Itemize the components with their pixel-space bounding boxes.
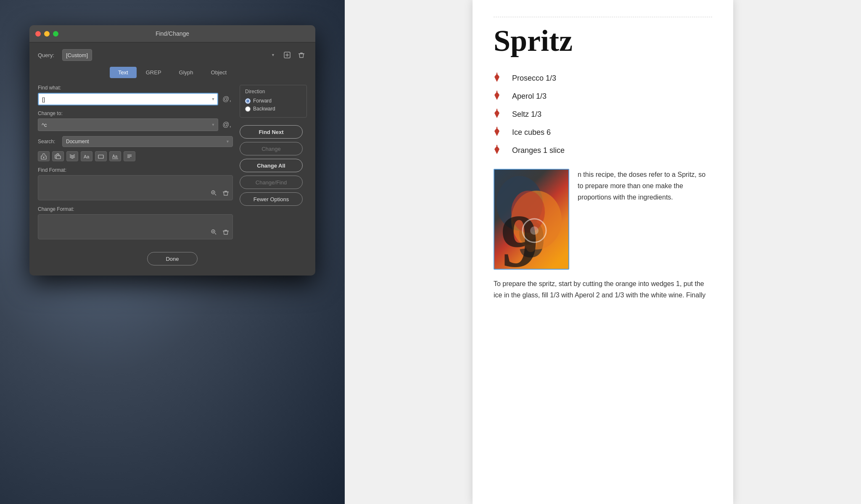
case-sensitive-icon[interactable]: Aa [81, 151, 92, 161]
at-sign-icon: @, [222, 95, 231, 103]
find-what-input-row: @, [38, 93, 233, 105]
minimize-button[interactable] [44, 31, 50, 37]
ingredient-list: Prosecco 1/3 Aperol 1/3 Seltz 1/3 Ice cu… [494, 73, 712, 156]
ingredient-icon-4 [494, 127, 504, 138]
list-item: Prosecco 1/3 [494, 73, 712, 84]
search-row: Search: Document [38, 136, 233, 147]
find-what-input[interactable] [38, 93, 218, 105]
doc-image: 9 [494, 169, 569, 270]
at-sign-icon-2: @, [222, 121, 231, 129]
tab-text[interactable]: Text [110, 67, 137, 78]
svg-rect-17 [497, 73, 497, 74]
ingredient-text-5: Oranges 1 slice [512, 146, 565, 155]
change-to-special-button[interactable]: @, [221, 119, 233, 130]
document-page: Spritz Prosecco 1/3 Aperol 1/3 Seltz 1/3… [473, 0, 733, 504]
change-to-label: Change to: [38, 110, 233, 116]
lock-layers-icon[interactable] [38, 151, 50, 161]
layers-icon[interactable] [66, 151, 78, 161]
search-label: Search: [38, 139, 59, 144]
svg-rect-5 [56, 156, 61, 159]
cocktail-art: 9 [494, 170, 568, 269]
window-controls [35, 31, 58, 37]
change-find-button[interactable]: Change/Find [240, 176, 303, 189]
doc-text-section: n this recipe, the doses refer to a Spri… [578, 169, 712, 270]
svg-point-3 [43, 157, 45, 158]
list-item: Aperol 1/3 [494, 91, 712, 102]
find-what-row: Find what: @, [38, 85, 233, 105]
ingredient-icon-1 [494, 73, 504, 84]
tab-object[interactable]: Object [203, 67, 235, 78]
change-to-input-wrapper [38, 118, 218, 131]
find-change-dialog: Find/Change Query: [Custom] [29, 25, 315, 276]
search-select[interactable]: Document [62, 136, 233, 147]
svg-rect-21 [497, 145, 497, 147]
svg-rect-20 [497, 127, 497, 129]
find-what-input-wrapper [38, 93, 218, 105]
find-format-box [38, 175, 233, 200]
tabs-row: Text GREP Glyph Object [38, 67, 307, 78]
change-all-button[interactable]: Change All [240, 159, 303, 172]
list-item: Ice cubes 6 [494, 127, 712, 138]
save-query-button[interactable] [282, 50, 293, 60]
find-what-special-button[interactable]: @, [221, 94, 233, 105]
fewer-options-button[interactable]: Fewer Options [240, 192, 303, 206]
change-format-label: Change Format: [38, 206, 233, 212]
tab-glyph[interactable]: Glyph [171, 67, 202, 78]
change-to-input-row: @, [38, 118, 233, 131]
change-format-section: Change Format: [38, 206, 233, 239]
lock-story-icon[interactable] [52, 151, 64, 161]
tab-grep[interactable]: GREP [137, 67, 170, 78]
done-button[interactable]: Done [147, 252, 198, 265]
find-what-label: Find what: [38, 85, 233, 91]
direction-box: Direction Forward Backward [240, 85, 307, 118]
paragraph-icon[interactable] [124, 151, 135, 161]
list-item: Seltz 1/3 [494, 109, 712, 120]
change-format-box [38, 214, 233, 239]
find-format-section: Find Format: [38, 167, 233, 200]
svg-rect-7 [98, 155, 103, 158]
forward-radio[interactable] [245, 98, 251, 104]
done-row: Done [38, 245, 307, 267]
ingredient-text-2: Aperol 1/3 [512, 92, 547, 101]
backward-radio[interactable] [245, 106, 251, 112]
forward-radio-row: Forward [245, 98, 301, 104]
ingredient-icon-3 [494, 109, 504, 120]
forward-label[interactable]: Forward [253, 98, 272, 104]
cocktail-svg: 9 [494, 170, 569, 270]
find-change-section: Find what: @, Change to: [38, 85, 307, 245]
query-select[interactable]: [Custom] [62, 49, 92, 61]
find-format-label: Find Format: [38, 167, 233, 173]
find-format-delete-icon[interactable] [221, 188, 231, 198]
right-controls: Direction Forward Backward Find Next Cha… [240, 85, 307, 245]
list-item: Oranges 1 slice [494, 145, 712, 156]
separator-top [494, 17, 712, 17]
backward-label[interactable]: Backward [253, 106, 275, 112]
body-text-2: To prepare the spritz, start by cutting … [494, 278, 712, 301]
maximize-button[interactable] [53, 31, 58, 37]
find-next-button[interactable]: Find Next [240, 125, 303, 139]
change-format-search-icon[interactable] [209, 227, 219, 237]
right-panel: Spritz Prosecco 1/3 Aperol 1/3 Seltz 1/3… [345, 0, 861, 504]
change-button[interactable]: Change [240, 142, 303, 155]
change-to-input[interactable] [38, 118, 218, 131]
search-select-wrapper: Document [62, 136, 233, 147]
left-panel: Find/Change Query: [Custom] [0, 0, 345, 504]
find-format-search-icon[interactable] [209, 188, 219, 198]
backward-radio-row: Backward [245, 106, 301, 112]
query-row: Query: [Custom] [38, 49, 307, 61]
change-format-delete-icon[interactable] [221, 227, 231, 237]
ingredient-text-1: Prosecco 1/3 [512, 74, 556, 83]
left-controls: Find what: @, Change to: [38, 85, 233, 245]
ingredient-icon-5 [494, 145, 504, 156]
query-label: Query: [38, 52, 59, 58]
close-button[interactable] [35, 31, 41, 37]
ingredient-text-3: Seltz 1/3 [512, 110, 541, 119]
whole-word-icon[interactable] [95, 151, 107, 161]
svg-rect-2 [42, 155, 45, 156]
doc-image-section: 9 n this recipe, the doses refer to a Sp… [494, 169, 712, 270]
delete-query-button[interactable] [296, 50, 307, 60]
svg-point-27 [530, 226, 539, 235]
dialog-titlebar: Find/Change [29, 25, 315, 42]
text-format-icon[interactable]: Aa [109, 151, 121, 161]
direction-title: Direction [245, 89, 301, 94]
